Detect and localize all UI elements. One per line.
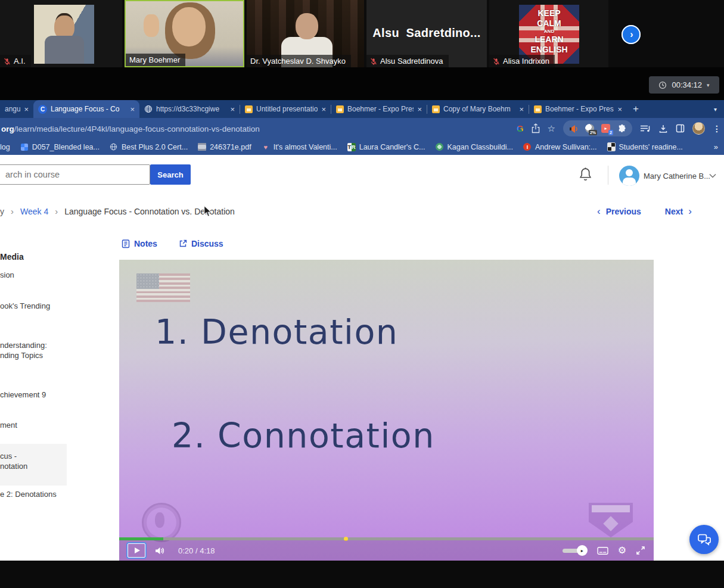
tab-close-icon[interactable]: × [130, 105, 135, 114]
participant-tile-ai[interactable]: A.I. [0, 0, 122, 67]
settings-gear-icon[interactable]: ⚙ [618, 546, 626, 555]
play-button[interactable] [128, 543, 145, 558]
previous-chevron-icon[interactable]: ‹ [597, 207, 601, 216]
tab-close-icon[interactable]: × [24, 105, 29, 114]
extensions-pill: 2% ▸ 2 [563, 120, 632, 136]
gauge-extension-icon[interactable]: 2% [585, 123, 595, 133]
tab-search-caret-icon[interactable]: ▾ [714, 106, 717, 113]
tab-untitled-presentation[interactable]: Untitled presentation × [240, 100, 331, 118]
participant-tile-alisa[interactable]: KEEP CALM AND LEARN ENGLISH Alisa Indrix… [489, 0, 608, 67]
lecture-action-tabs: Notes Discuss [122, 239, 223, 248]
download-icon[interactable] [658, 124, 668, 133]
participant-name: A.I. [14, 57, 26, 66]
bookmark-best-plus[interactable]: Best Plus 2.0 Cert... [110, 143, 188, 151]
tab-close-icon[interactable]: × [519, 105, 524, 114]
bookmark-d057[interactable]: D057_Blended lea... [20, 143, 100, 151]
tab-close-icon[interactable]: × [321, 105, 326, 114]
tab-close-icon[interactable]: × [230, 105, 235, 114]
bookmarks-bar: log D057_Blended lea... Best Plus 2.0 Ce… [0, 139, 724, 155]
participant-video [34, 5, 94, 64]
user-name[interactable]: Mary Catherine B... [644, 172, 710, 181]
breadcrumb-separator-icon: › [55, 206, 58, 216]
breadcrumb-root[interactable]: y [0, 207, 4, 216]
sidebar-item[interactable]: nderstanding:nding Topics [0, 340, 47, 360]
speaker-extension-icon[interactable] [568, 123, 579, 133]
participant-tile-mary[interactable]: Mary Boehmer [125, 0, 244, 67]
participant-name: Alisa Indrixon [503, 57, 549, 66]
tab-close-icon[interactable]: × [417, 105, 422, 114]
sidebar-item[interactable]: ook's Trending [0, 301, 50, 311]
share-icon[interactable] [532, 123, 540, 133]
sidepanel-icon[interactable] [676, 124, 685, 133]
tab-boehmer-expo-1[interactable]: Boehmer - Expo Pres × [331, 100, 427, 118]
slide-text-denotation: 1. Denotation [155, 312, 398, 351]
sidebar-item[interactable]: sion [0, 270, 14, 280]
breadcrumb-week-link[interactable]: Week 4 [20, 207, 48, 216]
video-player[interactable]: 1. Denotation 2. Connotation 0:20 / 4:18… [119, 260, 654, 561]
participant-name-label: Mary Boehmer [126, 54, 185, 66]
sidebar-item-current[interactable]: cus -notation [0, 451, 27, 471]
browser-address-bar[interactable]: org/learn/media/lecture/4P4kl/language-f… [0, 118, 724, 139]
volume-icon [155, 546, 165, 555]
url-text[interactable]: org/learn/media/lecture/4P4kl/language-f… [1, 124, 260, 133]
participant-display-name: Alsu Sadretdino... [366, 26, 487, 40]
volume-button[interactable] [155, 546, 165, 555]
participant-figure [144, 14, 159, 37]
bookmark-kagan[interactable]: Kagan Classbuildi... [436, 143, 513, 151]
tab-copy-of-mary[interactable]: Copy of Mary Boehm × [427, 100, 529, 118]
bookmark-valentine[interactable]: ♥It's almost Valenti... [262, 143, 337, 151]
search-button[interactable]: Search [150, 164, 191, 185]
new-tab-button[interactable]: + [627, 103, 645, 115]
tab-d3c33[interactable]: https://d3c33hcgiwe × [139, 100, 240, 118]
browser-profile-avatar[interactable] [692, 122, 705, 135]
playlist-icon[interactable] [640, 125, 651, 133]
notifications-bell-icon[interactable] [579, 167, 592, 182]
bookmark-log[interactable]: log [0, 143, 10, 151]
clock-icon [658, 81, 667, 89]
sidebar-item[interactable]: ment [0, 420, 17, 430]
playback-speed-control[interactable]: ▸ [563, 545, 588, 556]
browser-menu-icon[interactable]: ⋮ [713, 124, 721, 133]
user-avatar[interactable] [619, 166, 639, 186]
google-icon[interactable]: G [517, 123, 524, 133]
url-host: org [1, 124, 14, 133]
previous-button[interactable]: Previous [606, 207, 641, 216]
next-arrow-icon: › [630, 29, 633, 40]
captions-button[interactable] [597, 546, 608, 555]
discuss-tab[interactable]: Discuss [179, 239, 223, 248]
gallery-next-button[interactable]: › [622, 25, 641, 44]
speaker-icon [569, 124, 579, 133]
kagan-favicon [436, 143, 444, 151]
tab-title: anguage [5, 105, 20, 113]
next-button[interactable]: Next [665, 207, 683, 216]
participant-figure [172, 7, 206, 46]
bookmark-sullivan[interactable]: IAndrew Sullivan:... [523, 143, 597, 151]
sidebar-item[interactable]: chievement 9 [0, 390, 46, 400]
bookmark-students[interactable]: Students' readine... [607, 143, 683, 151]
bookmarks-overflow-icon[interactable]: » [714, 142, 718, 151]
tab-cut[interactable]: anguage × [0, 100, 33, 118]
tab-language-focus-active[interactable]: C Language Focus - Co × [33, 100, 139, 118]
sidebar-item[interactable]: e 2: Denotations [0, 489, 57, 499]
tab-close-icon[interactable]: × [617, 105, 622, 114]
slides-favicon [432, 105, 440, 113]
us-flag [136, 273, 190, 302]
search-input[interactable] [0, 164, 150, 185]
participant-tile-shvayko[interactable]: Dr. Vyatcheslav D. Shvayko [247, 0, 364, 67]
meeting-timer[interactable]: 00:34:12 ▾ [649, 76, 719, 94]
slide-text-connotation: 2. Connotation [172, 416, 435, 455]
notes-tab[interactable]: Notes [122, 239, 157, 248]
bookmark-laura-candler[interactable]: TRLaura Candler's C... [347, 143, 425, 151]
chat-fab-button[interactable] [689, 525, 719, 554]
participant-tile-alsu[interactable]: Alsu Sadretdino... Alsu Sadretdinova [366, 0, 487, 67]
next-chevron-icon[interactable]: › [688, 207, 692, 216]
bookmark-pdf[interactable]: 246371e.pdf [198, 143, 251, 151]
user-menu-caret-icon[interactable] [709, 173, 716, 178]
extensions-puzzle-icon[interactable] [617, 123, 627, 133]
fullscreen-button[interactable] [636, 546, 645, 555]
bookmark-star-icon[interactable]: ☆ [548, 123, 555, 134]
pink-extension-icon[interactable]: ▸ 2 [601, 123, 611, 133]
video-slide [119, 260, 654, 561]
poster-line: AND [519, 29, 579, 35]
tab-boehmer-expo-2[interactable]: Boehmer - Expo Pres × [529, 100, 627, 118]
